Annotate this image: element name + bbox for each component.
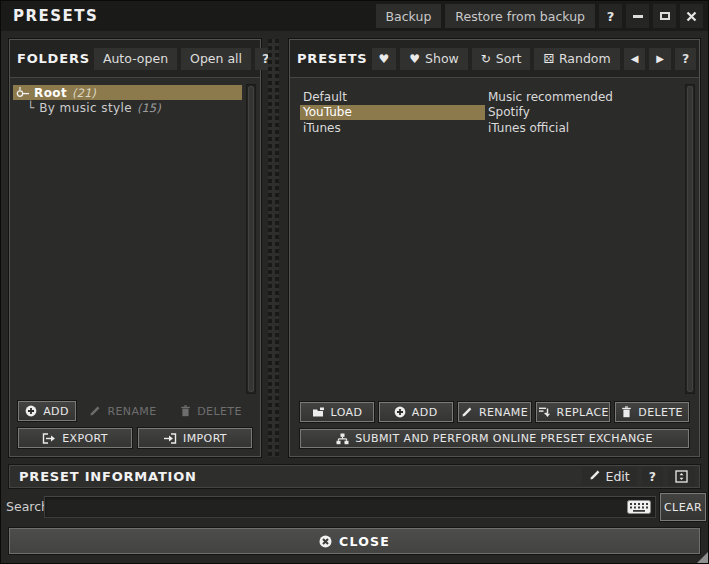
presets-scrollbar-thumb[interactable] <box>687 86 693 392</box>
preset-add-label: ADD <box>412 406 438 419</box>
minimize-button[interactable] <box>626 4 649 28</box>
folder-export-button[interactable]: EXPORT <box>18 428 132 448</box>
presets-actions: LOAD ADD RENAME REPLACE DELETE <box>300 402 689 448</box>
heart-icon: ♥ <box>409 52 420 66</box>
folder-open-icon <box>312 407 325 418</box>
trash-icon <box>621 406 632 418</box>
close-window-button[interactable] <box>680 4 703 28</box>
clear-search-button[interactable]: CLEAR <box>660 493 706 521</box>
restore-from-backup-button[interactable]: Restore from backup <box>445 4 595 28</box>
auto-open-button[interactable]: Auto-open <box>94 48 177 70</box>
import-icon <box>163 433 177 444</box>
edit-label: Edit <box>606 469 630 484</box>
pencil-icon <box>89 405 101 417</box>
window-title: PRESETS <box>6 7 98 25</box>
preset-info: Spotify <box>485 105 677 119</box>
presets-help-button[interactable]: ? <box>675 48 696 70</box>
preset-information-help-button[interactable]: ? <box>642 467 663 486</box>
folder-name: By music style <box>39 101 132 115</box>
folders-header: FOLDERS Auto-open Open all ? <box>10 40 260 78</box>
presets-title: PRESETS <box>297 51 368 66</box>
presets-scrollbar[interactable] <box>685 84 695 394</box>
folder-count: (21) <box>72 86 96 100</box>
preset-name[interactable]: Default <box>300 89 485 105</box>
preset-information-title: PRESET INFORMATION <box>19 469 197 484</box>
preset-replace-label: REPLACE <box>557 406 609 419</box>
folder-export-label: EXPORT <box>62 432 108 445</box>
submit-online-exchange-button[interactable]: SUBMIT AND PERFORM ONLINE PRESET EXCHANG… <box>300 429 689 448</box>
preset-load-button[interactable]: LOAD <box>300 402 374 422</box>
close-dialog-button[interactable]: CLOSE <box>9 528 700 554</box>
right-arrow-icon: ▶ <box>656 53 664 64</box>
pencil-icon <box>589 469 601 484</box>
preset-add-button[interactable]: ADD <box>379 402 453 422</box>
folders-scrollbar-thumb[interactable] <box>248 86 254 392</box>
preset-information-bar: PRESET INFORMATION Edit ? <box>9 465 700 488</box>
network-icon <box>336 433 349 445</box>
keyboard-icon[interactable] <box>627 500 651 514</box>
trash-icon <box>180 405 191 417</box>
folder-tree-item-root[interactable]: Root (21) <box>13 85 242 100</box>
show-label: Show <box>425 51 459 66</box>
folder-rename-button[interactable]: RENAME <box>82 401 164 421</box>
folder-import-button[interactable]: IMPORT <box>138 428 252 448</box>
replace-icon <box>538 407 551 418</box>
folders-scrollbar[interactable] <box>246 84 256 394</box>
submit-online-exchange-label: SUBMIT AND PERFORM ONLINE PRESET EXCHANG… <box>355 432 653 445</box>
folder-tree-item-by-music-style[interactable]: └ By music style (15) <box>13 100 242 115</box>
preset-info: iTunes official <box>485 121 677 135</box>
search-label: Search <box>6 499 49 514</box>
help-button[interactable]: ? <box>599 4 622 28</box>
plus-circle-icon <box>394 406 406 418</box>
preset-rename-label: RENAME <box>479 406 528 419</box>
folder-add-button[interactable]: ADD <box>18 401 76 421</box>
folder-delete-button[interactable]: DELETE <box>170 401 252 421</box>
show-button[interactable]: ♥ Show <box>400 48 468 70</box>
search-row: Search CLEAR <box>0 493 709 521</box>
tree-branch-icon: └ <box>27 101 34 115</box>
maximize-button[interactable] <box>653 4 676 28</box>
sort-label: Sort <box>496 51 522 66</box>
edit-button[interactable]: Edit <box>582 467 637 486</box>
circle-x-icon <box>319 535 332 548</box>
tree-node-icon <box>16 87 30 99</box>
presets-window: PRESETS Backup Restore from backup ? FOL… <box>0 0 709 564</box>
folder-count: (15) <box>137 101 161 115</box>
preset-name[interactable]: YouTube <box>300 105 485 121</box>
random-button[interactable]: ⚄ Random <box>534 48 619 70</box>
preset-list-item[interactable]: Default Music recommended <box>300 89 677 105</box>
folder-name: Root <box>34 86 67 100</box>
folder-import-label: IMPORT <box>183 432 227 445</box>
sort-button[interactable]: ↻ Sort <box>472 48 531 70</box>
preset-replace-button[interactable]: REPLACE <box>536 402 610 422</box>
close-icon <box>686 11 697 22</box>
maximize-icon <box>660 12 670 20</box>
folders-panel: FOLDERS Auto-open Open all ? Root (21) └… <box>9 39 261 457</box>
preset-delete-button[interactable]: DELETE <box>615 402 689 422</box>
backup-button[interactable]: Backup <box>376 4 442 28</box>
pencil-icon <box>461 406 473 418</box>
heart-icon: ♥ <box>379 52 390 66</box>
random-label: Random <box>559 51 611 66</box>
next-preset-button[interactable]: ▶ <box>649 48 671 70</box>
left-arrow-icon: ◀ <box>631 53 639 64</box>
folder-delete-label: DELETE <box>197 405 242 418</box>
resize-grip[interactable] <box>697 552 708 563</box>
panel-splitter[interactable] <box>268 39 279 457</box>
search-input[interactable] <box>44 496 656 518</box>
preset-list-item[interactable]: iTunes iTunes official <box>300 120 677 136</box>
preset-rename-button[interactable]: RENAME <box>458 402 532 422</box>
presets-panel: PRESETS ♥ ♥ Show ↻ Sort ⚄ Random ◀ ▶ ? D… <box>289 39 700 457</box>
previous-preset-button[interactable]: ◀ <box>624 48 646 70</box>
expand-vertical-icon <box>675 470 688 483</box>
preset-name[interactable]: iTunes <box>300 120 485 136</box>
folder-rename-label: RENAME <box>107 405 156 418</box>
folder-tree: Root (21) └ By music style (15) <box>13 85 242 115</box>
minimize-icon <box>633 15 643 18</box>
expand-panel-button[interactable] <box>668 467 695 486</box>
export-icon <box>42 433 56 444</box>
preset-list-item[interactable]: YouTube Spotify <box>300 105 677 121</box>
open-all-button[interactable]: Open all <box>181 48 251 70</box>
favorite-filter-button[interactable]: ♥ <box>372 48 397 70</box>
sort-refresh-icon: ↻ <box>481 52 491 66</box>
